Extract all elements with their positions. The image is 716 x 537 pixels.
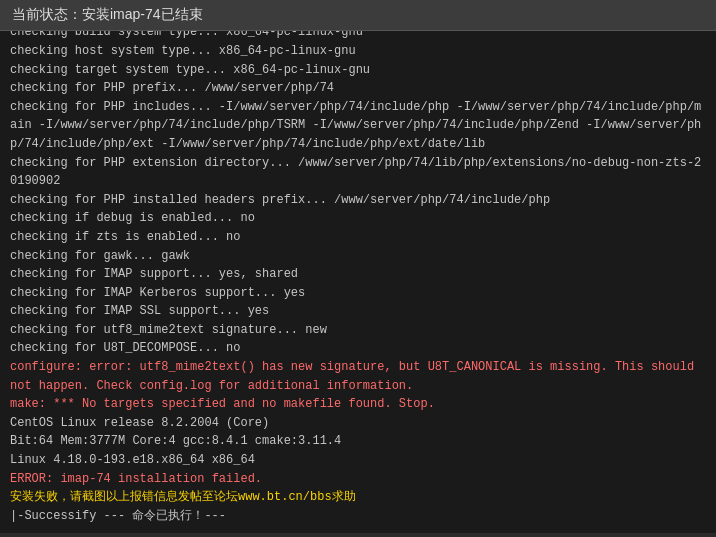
terminal-line: checking build system type... x86_64-pc-… (10, 31, 706, 42)
terminal-line: Bit:64 Mem:3777M Core:4 gcc:8.4.1 cmake:… (10, 432, 706, 451)
terminal-line: checking for PHP includes... -I/www/serv… (10, 98, 706, 154)
terminal-line: 安装失败，请截图以上报错信息发帖至论坛www.bt.cn/bbs求助 (10, 488, 706, 507)
terminal-line: checking for gawk... gawk (10, 247, 706, 266)
terminal-line: configure: error: utf8_mime2text() has n… (10, 358, 706, 395)
terminal-line: checking if debug is enabled... no (10, 209, 706, 228)
terminal-line: checking if zts is enabled... no (10, 228, 706, 247)
terminal-line: CentOS Linux release 8.2.2004 (Core) (10, 414, 706, 433)
title-bar: 当前状态：安装imap-74已结束 (0, 0, 716, 31)
terminal-line: checking for U8T_DECOMPOSE... no (10, 339, 706, 358)
title-text: 当前状态：安装imap-74已结束 (12, 6, 203, 24)
terminal-line: make: *** No targets specified and no ma… (10, 395, 706, 414)
terminal-line: checking for IMAP support... yes, shared (10, 265, 706, 284)
terminal-line: checking target system type... x86_64-pc… (10, 61, 706, 80)
terminal-line: checking for IMAP SSL support... yes (10, 302, 706, 321)
terminal-line: ERROR: imap-74 installation failed. (10, 470, 706, 489)
terminal-output[interactable]: checking for system library directory...… (0, 31, 716, 533)
terminal-line: checking for IMAP Kerberos support... ye… (10, 284, 706, 303)
terminal-line: checking for PHP installed headers prefi… (10, 191, 706, 210)
terminal-line: checking host system type... x86_64-pc-l… (10, 42, 706, 61)
terminal-line: checking for utf8_mime2text signature...… (10, 321, 706, 340)
terminal-line: checking for PHP extension directory... … (10, 154, 706, 191)
terminal-line: Linux 4.18.0-193.e18.x86_64 x86_64 (10, 451, 706, 470)
terminal-line: checking for PHP prefix... /www/server/p… (10, 79, 706, 98)
terminal-line: |-Successify --- 命令已执行！--- (10, 507, 706, 526)
